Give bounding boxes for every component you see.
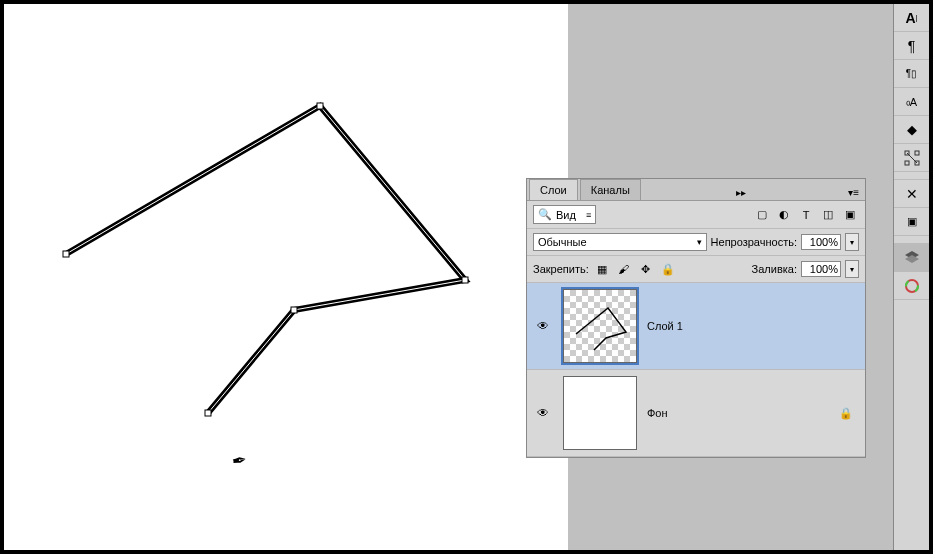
lock-position-icon[interactable]: ✥ bbox=[637, 260, 655, 278]
svg-rect-0 bbox=[63, 251, 69, 257]
svg-marker-11 bbox=[905, 255, 919, 263]
layer-name[interactable]: Фон bbox=[647, 407, 829, 419]
layers-icon[interactable] bbox=[894, 244, 929, 272]
lock-icon: 🔒 bbox=[839, 407, 853, 420]
lock-label: Закрепить: bbox=[533, 263, 589, 275]
blend-mode-value: Обычные bbox=[538, 236, 587, 248]
character-styles-icon[interactable]: ¶▯ bbox=[894, 60, 929, 88]
opacity-label: Непрозрачность: bbox=[711, 236, 797, 248]
adjust-filter-icon[interactable]: ◐ bbox=[775, 206, 793, 224]
layer-thumbnail[interactable] bbox=[563, 376, 637, 450]
layer-list: 👁 Слой 1 👁 Фон 🔒 bbox=[527, 283, 865, 457]
lock-image-icon[interactable]: 🖌 bbox=[615, 260, 633, 278]
fill-input[interactable]: 100% bbox=[801, 261, 841, 277]
paragraph-icon[interactable]: ¶ bbox=[894, 32, 929, 60]
panel-tabs: Слои Каналы ▸▸ ▾≡ bbox=[527, 179, 865, 201]
fill-label: Заливка: bbox=[752, 263, 797, 275]
tab-layers[interactable]: Слои bbox=[529, 179, 578, 200]
image-filter-icon[interactable]: ▢ bbox=[753, 206, 771, 224]
svg-rect-2 bbox=[462, 277, 468, 283]
smart-filter-icon[interactable]: ▣ bbox=[841, 206, 859, 224]
svg-rect-1 bbox=[317, 103, 323, 109]
layer-comp-icon[interactable]: ▣ bbox=[894, 208, 929, 236]
layers-panel: Слои Каналы ▸▸ ▾≡ 🔍 Вид ▢ ◐ T ◫ ▣ Обычны… bbox=[526, 178, 866, 458]
blend-row: Обычные Непрозрачность: 100% ▾ bbox=[527, 229, 865, 256]
filter-kind-select[interactable]: 🔍 Вид bbox=[533, 205, 596, 224]
right-tool-strip: A| ¶ ¶▯ ₀A ◆ ✕ ▣ bbox=[893, 4, 929, 550]
filter-row: 🔍 Вид ▢ ◐ T ◫ ▣ bbox=[527, 201, 865, 229]
svg-rect-7 bbox=[905, 161, 909, 165]
layer-item[interactable]: 👁 Фон 🔒 bbox=[527, 370, 865, 457]
swatch-icon[interactable] bbox=[894, 272, 929, 300]
opacity-dropdown[interactable]: ▾ bbox=[845, 233, 859, 251]
svg-rect-6 bbox=[915, 151, 919, 155]
search-icon: 🔍 bbox=[538, 208, 552, 221]
shape-filter-icon[interactable]: ◫ bbox=[819, 206, 837, 224]
panel-collapse-icon[interactable]: ▸▸ bbox=[730, 185, 752, 200]
lock-transparency-icon[interactable]: ▦ bbox=[593, 260, 611, 278]
adjustments-icon[interactable]: ✕ bbox=[894, 180, 929, 208]
svg-rect-4 bbox=[205, 410, 211, 416]
fill-dropdown[interactable]: ▾ bbox=[845, 260, 859, 278]
blend-mode-select[interactable]: Обычные bbox=[533, 233, 707, 251]
layer-name[interactable]: Слой 1 bbox=[647, 320, 859, 332]
visibility-toggle[interactable]: 👁 bbox=[533, 406, 553, 420]
text-filter-icon[interactable]: T bbox=[797, 206, 815, 224]
filter-label: Вид bbox=[556, 209, 576, 221]
3d-icon[interactable]: ◆ bbox=[894, 116, 929, 144]
character-panel-icon[interactable]: A| bbox=[894, 4, 929, 32]
svg-rect-3 bbox=[291, 307, 297, 313]
layer-thumbnail[interactable] bbox=[563, 289, 637, 363]
path-anchor-icon[interactable] bbox=[894, 144, 929, 172]
lock-row: Закрепить: ▦ 🖌 ✥ 🔒 Заливка: 100% ▾ bbox=[527, 256, 865, 283]
path-shape[interactable] bbox=[4, 4, 564, 544]
lock-all-icon[interactable]: 🔒 bbox=[659, 260, 677, 278]
glyph-icon[interactable]: ₀A bbox=[894, 88, 929, 116]
tab-channels[interactable]: Каналы bbox=[580, 179, 641, 200]
opacity-input[interactable]: 100% bbox=[801, 234, 841, 250]
layer-item[interactable]: 👁 Слой 1 bbox=[527, 283, 865, 370]
panel-menu-icon[interactable]: ▾≡ bbox=[842, 185, 865, 200]
visibility-toggle[interactable]: 👁 bbox=[533, 319, 553, 333]
